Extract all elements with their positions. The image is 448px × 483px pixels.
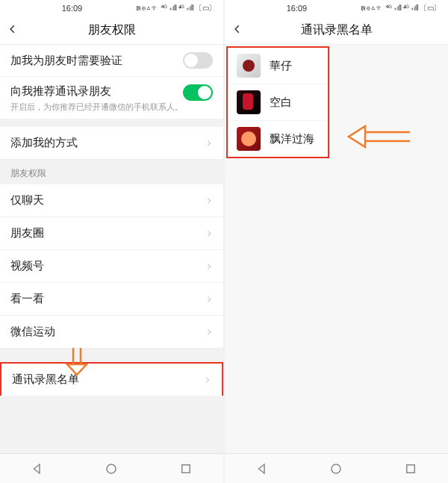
svg-rect-3 [407, 464, 415, 473]
nav-recent-button[interactable] [404, 462, 417, 476]
chevron-right-icon [205, 328, 213, 336]
phone-right: 16:09 ℕ ⊚ ⁂ ᯤ ⁴ᴳ ₊ıll ⁴ᴳ ₊ıll 〔▭〕 通讯录黑名单… [225, 0, 448, 483]
chevron-right-icon [205, 230, 213, 237]
content-area: 加我为朋友时需要验证 向我推荐通讯录朋友 开启后，为你推荐已经开通微信的手机联系… [0, 45, 223, 453]
avatar [237, 90, 261, 114]
row-sublabel: 开启后，为你推荐已经开通微信的手机联系人。 [10, 102, 183, 113]
nav-bar [225, 453, 448, 483]
status-bar: 16:09 ℕ ⊚ ⁂ ᯤ ⁴ᴳ ₊ıll ⁴ᴳ ₊ıll 〔▭〕 [0, 0, 223, 16]
chevron-right-icon [205, 296, 213, 303]
row-channels[interactable]: 视频号 [0, 250, 223, 283]
content-area: 華仔 空白 飘洋过海 [225, 45, 448, 453]
avatar [237, 54, 261, 78]
title-bar: 朋友权限 [0, 16, 223, 45]
chevron-right-icon [204, 376, 211, 384]
annotation-arrow-left [347, 124, 410, 149]
section-gap [0, 119, 223, 127]
avatar [237, 127, 261, 151]
contact-row[interactable]: 華仔 [228, 48, 328, 84]
row-label: 向我推荐通讯录朋友 [10, 84, 183, 99]
row-add-method[interactable]: 添加我的方式 [0, 127, 223, 160]
row-label: 看一看 [10, 292, 205, 306]
row-label: 视频号 [10, 259, 205, 273]
row-verify-friend[interactable]: 加我为朋友时需要验证 [0, 45, 223, 77]
title-bar: 通讯录黑名单 [225, 16, 448, 45]
contact-name: 華仔 [270, 59, 292, 73]
contact-row[interactable]: 空白 [228, 84, 328, 121]
contact-name: 飘洋过海 [270, 132, 314, 146]
chevron-right-icon [205, 263, 213, 270]
status-time: 16:09 [7, 4, 137, 13]
nav-back-button[interactable] [31, 462, 44, 476]
row-label: 朋友圈 [10, 226, 205, 240]
phone-left: 16:09 ℕ ⊚ ⁂ ᯤ ⁴ᴳ ₊ıll ⁴ᴳ ₊ıll 〔▭〕 朋友权限 加… [0, 0, 223, 483]
status-icons: ℕ ⊚ ⁂ ᯤ ⁴ᴳ ₊ıll ⁴ᴳ ₊ıll 〔▭〕 [137, 3, 216, 13]
status-icons: ℕ ⊚ ⁂ ᯤ ⁴ᴳ ₊ıll ⁴ᴳ ₊ıll 〔▭〕 [361, 3, 441, 13]
nav-bar [0, 453, 223, 483]
page-title: 朋友权限 [7, 22, 216, 38]
row-blacklist[interactable]: 通讯录黑名单 [0, 362, 223, 396]
nav-home-button[interactable] [105, 462, 118, 476]
nav-recent-button[interactable] [179, 462, 193, 476]
row-moments[interactable]: 朋友圈 [0, 217, 223, 250]
section-header-friends: 朋友权限 [0, 160, 223, 184]
svg-point-2 [332, 464, 340, 473]
row-label: 添加我的方式 [10, 136, 205, 150]
contact-name: 空白 [270, 96, 292, 110]
nav-home-button[interactable] [329, 462, 343, 476]
contacts-highlight-box: 華仔 空白 飘洋过海 [226, 46, 329, 158]
status-bar: 16:09 ℕ ⊚ ⁂ ᯤ ⁴ᴳ ₊ıll ⁴ᴳ ₊ıll 〔▭〕 [225, 0, 448, 16]
section-gap [0, 349, 223, 362]
toggle-verify[interactable] [183, 52, 213, 69]
page-title: 通讯录黑名单 [232, 22, 441, 38]
chevron-right-icon [205, 140, 213, 147]
row-werun[interactable]: 微信运动 [0, 316, 223, 349]
toggle-recommend[interactable] [183, 84, 213, 101]
status-time: 16:09 [232, 4, 361, 13]
svg-point-0 [107, 464, 116, 473]
row-label: 通讯录黑名单 [12, 373, 204, 387]
svg-rect-1 [182, 464, 190, 473]
nav-back-button[interactable] [255, 462, 269, 476]
row-label: 仅聊天 [10, 193, 205, 208]
row-chat-only[interactable]: 仅聊天 [0, 184, 223, 217]
row-label: 微信运动 [10, 325, 205, 339]
contact-row[interactable]: 飘洋过海 [228, 121, 328, 157]
row-label: 加我为朋友时需要验证 [10, 54, 183, 68]
row-kanykan[interactable]: 看一看 [0, 283, 223, 316]
row-recommend-contacts[interactable]: 向我推荐通讯录朋友 开启后，为你推荐已经开通微信的手机联系人。 [0, 77, 223, 119]
chevron-right-icon [205, 197, 213, 205]
